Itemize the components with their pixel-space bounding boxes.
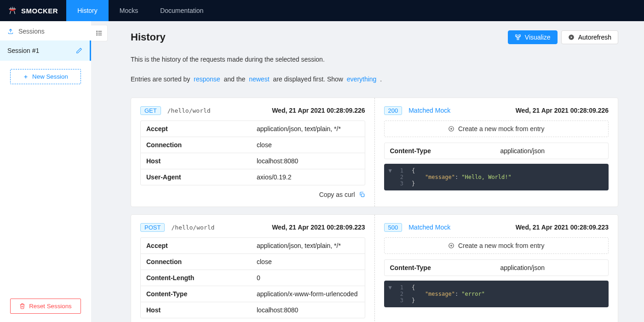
svg-point-10 (97, 34, 97, 35)
svg-rect-14 (516, 35, 518, 37)
header-row: Hostlocalhost:8080 (141, 302, 365, 318)
response-timestamp: Wed, 21 Apr 2021 00:28:09.223 (516, 224, 609, 231)
sort-text: are displayed first. Show (271, 75, 345, 83)
header-key: Host (141, 153, 251, 169)
request-header: GET /hello/world Wed, 21 Apr 2021 00:28:… (140, 106, 365, 115)
sort-text: Entries are sorted by (131, 75, 192, 83)
line-gutter: 1 2 3 (400, 167, 403, 187)
fold-caret-icon[interactable]: ▼ (389, 284, 392, 304)
sessions-header: Sessions (0, 21, 91, 40)
header-val: 0 (251, 270, 365, 286)
response-body: ▼1 2 3{ "message": "error" } (384, 281, 609, 307)
header-val: application/json (495, 143, 609, 159)
header-key: Connection (141, 254, 251, 270)
nav-docs[interactable]: Documentation (149, 0, 214, 21)
header-val: localhost:8080 (251, 153, 365, 169)
svg-line-1 (14, 11, 15, 14)
response-body: ▼1 2 3{ "message": "Hello, World!" } (384, 164, 609, 190)
response-panel: 200 Matched Mock Wed, 21 Apr 2021 00:28:… (375, 98, 618, 207)
request-path: /hello/world (171, 224, 214, 231)
history-entries: GET /hello/world Wed, 21 Apr 2021 00:28:… (131, 98, 618, 322)
sort-line: Entries are sorted by response and the n… (131, 75, 618, 83)
header-key: Accept (141, 121, 251, 137)
sessions-label: Sessions (18, 28, 45, 35)
header-row: Hostlocalhost:8080 (141, 153, 365, 169)
upload-icon (7, 28, 14, 34)
header-key: Content-Length (141, 270, 251, 286)
header-row: Content-Typeapplication/json (385, 143, 609, 159)
method-tag: POST (140, 223, 165, 232)
header-val: close (251, 254, 365, 270)
create-mock-label: Create a new mock from entry (458, 125, 545, 132)
nav-label: Documentation (160, 7, 203, 14)
copy-label: Copy as curl (319, 191, 355, 198)
copy-as-curl[interactable]: Copy as curl (140, 191, 365, 198)
matched-mock-link[interactable]: Matched Mock (408, 224, 450, 231)
svg-line-0 (10, 11, 11, 14)
plus-circle-icon (448, 242, 454, 249)
sort-text: . (378, 75, 382, 83)
line-gutter: 1 2 3 (400, 284, 403, 304)
header-row: Content-Typeapplication/json (385, 260, 609, 276)
autorefresh-button[interactable]: Autorefresh (561, 30, 618, 44)
header-row: Acceptapplication/json, text/plain, */* (141, 238, 365, 254)
sidebar-footer: Reset Sessions (0, 290, 91, 322)
edit-icon[interactable] (76, 47, 82, 54)
svg-rect-15 (519, 35, 521, 37)
header-val: application/x-www-form-urlencoded (251, 286, 365, 302)
header-key: Host (141, 302, 251, 318)
plus-icon (23, 74, 29, 80)
response-timestamp: Wed, 21 Apr 2021 00:28:09.226 (516, 107, 609, 114)
topbar: SMOCKER History Mocks Documentation (0, 0, 644, 21)
response-panel: 500 Matched Mock Wed, 21 Apr 2021 00:28:… (375, 215, 618, 322)
sort-order-link[interactable]: newest (247, 75, 271, 83)
grill-icon (7, 6, 17, 16)
create-mock-label: Create a new mock from entry (458, 242, 545, 249)
response-headers-table: Content-Typeapplication/json (384, 259, 609, 276)
header-val: localhost:8080 (251, 302, 365, 318)
request-headers-table: Acceptapplication/json, text/plain, */*C… (140, 237, 365, 318)
create-mock-button[interactable]: Create a new mock from entry (384, 237, 609, 254)
response-header: 200 Matched Mock Wed, 21 Apr 2021 00:28:… (384, 106, 609, 115)
header-row: Acceptapplication/json, text/plain, */* (141, 121, 365, 137)
session-label: Session #1 (7, 47, 39, 54)
visualize-label: Visualize (525, 34, 551, 41)
request-timestamp: Wed, 21 Apr 2021 00:28:09.223 (272, 224, 365, 231)
collapse-button[interactable] (91, 25, 108, 41)
request-timestamp: Wed, 21 Apr 2021 00:28:09.226 (272, 107, 365, 114)
history-entry: GET /hello/world Wed, 21 Apr 2021 00:28:… (131, 98, 618, 207)
status-tag: 500 (384, 223, 402, 232)
reset-sessions-button[interactable]: Reset Sessions (10, 299, 81, 314)
header-buttons: Visualize Autorefresh (508, 30, 618, 44)
code-text: { "message": "Hello, World!" } (412, 167, 512, 187)
matched-mock-link[interactable]: Matched Mock (408, 107, 450, 114)
svg-point-9 (97, 33, 97, 33)
plus-circle-icon (448, 126, 454, 132)
header-key: Content-Type (385, 143, 495, 159)
trash-icon (19, 303, 25, 309)
create-mock-button[interactable]: Create a new mock from entry (384, 121, 609, 137)
filter-link[interactable]: everything (345, 75, 379, 83)
copy-icon (359, 191, 365, 198)
header-key: User-Agent (141, 169, 251, 185)
session-item[interactable]: Session #1 (0, 40, 91, 61)
method-tag: GET (140, 106, 161, 115)
brand-logo: SMOCKER (0, 6, 66, 16)
nav-mocks[interactable]: Mocks (109, 0, 149, 21)
main-content: History Visualize Autorefresh This is th… (91, 21, 644, 322)
fold-caret-icon[interactable]: ▼ (389, 167, 392, 187)
header-val: close (251, 137, 365, 153)
status-tag: 200 (384, 106, 402, 115)
header-key: Connection (141, 137, 251, 153)
new-session-button[interactable]: New Session (10, 69, 81, 84)
visualize-button[interactable]: Visualize (508, 30, 558, 44)
nav-history[interactable]: History (66, 0, 109, 21)
header-row: Content-Length0 (141, 270, 365, 286)
svg-rect-16 (517, 38, 519, 40)
sort-by-link[interactable]: response (192, 75, 222, 83)
response-header: 500 Matched Mock Wed, 21 Apr 2021 00:28:… (384, 223, 609, 232)
svg-point-8 (97, 31, 97, 31)
page-title: History (131, 31, 166, 43)
nav-label: Mocks (120, 7, 138, 14)
request-header: POST /hello/world Wed, 21 Apr 2021 00:28… (140, 223, 365, 232)
